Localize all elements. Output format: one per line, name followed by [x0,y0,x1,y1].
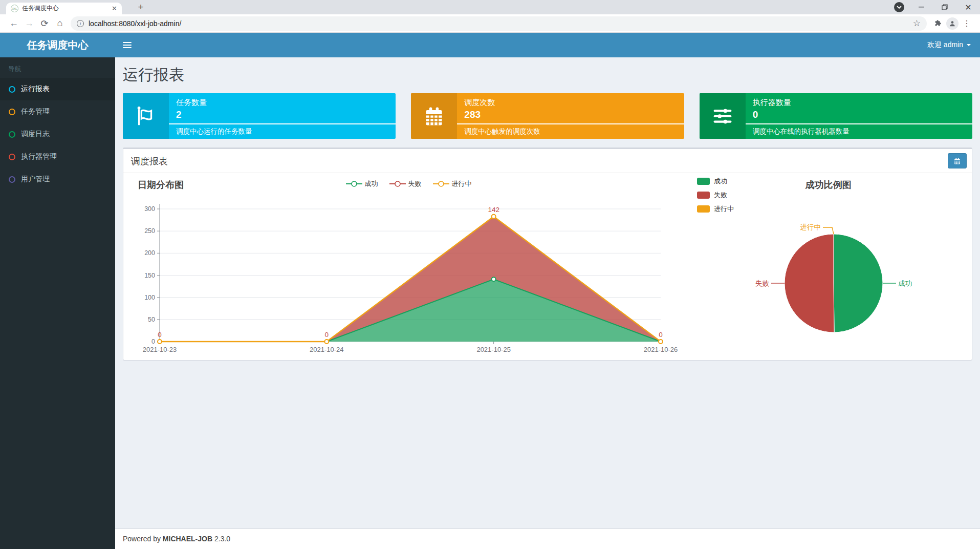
svg-text:150: 150 [144,272,155,279]
sidebar-item-user-manage[interactable]: 用户管理 [0,168,115,191]
user-menu-label: 欢迎 admin [927,40,963,50]
circle-icon [9,109,15,115]
stat-card-trigger-count: 调度次数 283 调度中心触发的调度次数 [411,93,684,139]
sidebar-item-label: 任务管理 [21,107,50,116]
address-input[interactable]: i localhost:8080/xxl-job-admin/ ☆ [71,16,927,31]
chevron-down-icon [897,6,902,9]
success-ratio-chart: 成功比例图 成功失败进行中 成功失败进行中 [689,173,968,359]
app-logo[interactable]: 任务调度中心 [0,33,115,57]
media-controls-button[interactable] [894,2,904,12]
svg-text:2021-10-26: 2021-10-26 [644,346,678,353]
browser-menu-icon[interactable]: ⋮ [960,16,974,31]
card-value: 2 [176,109,388,120]
svg-text:2021-10-24: 2021-10-24 [310,346,344,353]
forward-icon[interactable]: → [21,16,37,31]
svg-text:142: 142 [488,206,499,214]
sidebar-section-label: 导航 [0,57,115,78]
window-restore-button[interactable] [933,0,956,14]
home-icon[interactable]: ⌂ [52,16,68,31]
app-header: 任务调度中心 欢迎 admin [0,33,980,57]
page-title: 运行报表 [123,65,972,86]
pie-chart-canvas: 成功失败进行中 [689,188,968,355]
legend-item[interactable]: 成功 [697,177,734,186]
calendar-icon [953,157,961,165]
minimize-icon [919,7,924,8]
legend-item[interactable]: 失败 [389,179,422,188]
url-text[interactable]: localhost:8080/xxl-job-admin/ [89,19,908,28]
svg-text:100: 100 [144,294,155,301]
circle-icon [9,86,15,93]
svg-text:300: 300 [144,205,155,213]
back-icon[interactable]: ← [6,16,21,31]
svg-text:进行中: 进行中 [800,223,821,231]
line-chart-legend: 成功失败进行中 [128,179,689,188]
browser-tab-strip: XXL 任务调度中心 ✕ + ✕ [0,0,980,14]
stat-cards-row: 任务数量 2 调度中心运行的任务数量 调度次数 283 调度中心触发的调度次数 [123,93,972,139]
user-menu[interactable]: 欢迎 admin [918,33,980,57]
sidebar-item-label: 执行器管理 [21,152,57,161]
circle-icon [9,131,15,138]
svg-text:0: 0 [659,331,663,339]
window-minimize-button[interactable] [909,0,933,14]
date-distribution-chart: 日期分布图 成功失败进行中 0501001502002503002021-10-… [128,173,689,359]
sidebar-toggle-button[interactable] [115,33,139,57]
browser-url-bar: ← → ⟳ ⌂ i localhost:8080/xxl-job-admin/ … [0,14,980,33]
person-icon [949,20,956,27]
calendar-icon [411,93,457,139]
extensions-puzzle-icon[interactable] [931,16,945,31]
card-value: 0 [753,109,965,120]
footer-brand: MICHAEL-JOB [163,535,212,543]
date-range-button[interactable] [948,153,967,168]
new-tab-button[interactable]: + [134,1,147,13]
reload-icon[interactable]: ⟳ [37,16,52,31]
window-close-button[interactable]: ✕ [956,0,980,14]
legend-item[interactable]: 进行中 [433,179,472,188]
svg-text:50: 50 [148,316,155,323]
svg-text:250: 250 [144,227,155,235]
footer-prefix: Powered by [123,535,161,543]
card-desc: 调度中心触发的调度次数 [457,124,684,139]
sidebar-item-job-manage[interactable]: 任务管理 [0,100,115,123]
stat-card-executor-count: 执行器数量 0 调度中心在线的执行器机器数量 [700,93,972,139]
sidebar-item-run-report[interactable]: 运行报表 [0,78,115,100]
svg-text:2021-10-25: 2021-10-25 [476,346,511,353]
stat-card-job-count: 任务数量 2 调度中心运行的任务数量 [123,93,396,139]
tab-title: 任务调度中心 [22,4,108,13]
main-content: 运行报表 任务数量 2 调度中心运行的任务数量 调度次数 283 [115,57,980,549]
sliders-icon [700,93,746,139]
circle-icon [9,154,15,160]
footer: Powered by MICHAEL-JOB 2.3.0 [115,529,980,549]
card-label: 任务数量 [176,98,388,108]
sidebar: 导航 运行报表 任务管理 调度日志 执行器管理 用户管理 [0,57,115,549]
card-desc: 调度中心运行的任务数量 [169,124,396,139]
favicon-icon: XXL [11,5,18,12]
circle-icon [9,176,15,183]
site-info-icon[interactable]: i [77,20,84,27]
legend-swatch [697,178,710,185]
restore-icon [942,4,948,10]
line-chart-canvas: 0501001502002503002021-10-232021-10-2420… [128,191,689,358]
caret-down-icon [967,44,971,46]
footer-version: 2.3.0 [214,535,230,543]
card-value: 283 [464,109,677,120]
sidebar-item-executor-manage[interactable]: 执行器管理 [0,145,115,168]
charts-row: 日期分布图 成功失败进行中 0501001502002503002021-10-… [123,173,972,359]
profile-avatar[interactable] [945,16,960,31]
card-desc: 调度中心在线的执行器机器数量 [746,124,972,139]
sidebar-item-label: 调度日志 [21,130,50,139]
svg-text:失败: 失败 [755,280,770,287]
panel-title: 调度报表 [123,149,972,173]
sidebar-item-label: 用户管理 [21,175,50,184]
svg-text:200: 200 [144,249,155,257]
legend-item[interactable]: 成功 [346,179,378,188]
card-label: 执行器数量 [753,98,965,108]
tab-close-icon[interactable]: ✕ [112,5,117,12]
svg-text:成功: 成功 [898,280,912,287]
report-panel: 调度报表 日期分布图 成功失败进行中 050100150200250300202… [123,147,972,361]
browser-tab[interactable]: XXL 任务调度中心 ✕ [6,3,122,14]
svg-text:0: 0 [151,338,155,345]
bookmark-star-icon[interactable]: ☆ [913,18,921,29]
svg-text:0: 0 [158,331,162,339]
sidebar-item-job-log[interactable]: 调度日志 [0,123,115,145]
sidebar-item-label: 运行报表 [21,85,50,94]
